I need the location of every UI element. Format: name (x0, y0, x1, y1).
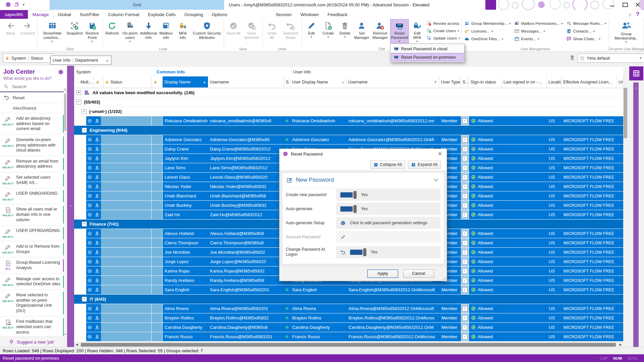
cell-un[interactable] (617, 257, 623, 266)
cell-signin-status[interactable]: Allowed (469, 285, 502, 294)
cell-signin-status[interactable]: Allowed (469, 135, 502, 144)
cell-license[interactable]: MICROSOFT FLOW FREE (561, 229, 617, 238)
job-item-group-based-licensing-analysis[interactable]: ALLGroup-Based Licensing Analysis (0, 257, 67, 273)
cell-display-name[interactable]: Randy Arellano (163, 276, 208, 285)
cell-mfa[interactable]: ✓ (461, 257, 469, 266)
cell-display-name[interactable]: Zaid Ho (163, 210, 208, 219)
cell-mfa[interactable]: ✓ (461, 135, 469, 144)
cell-status[interactable] (101, 191, 152, 200)
cell-indent[interactable] (74, 201, 86, 210)
cell-un[interactable] (617, 182, 623, 191)
job-item-find-mailboxes-that-selected-users-can-a[interactable]: SELECTFind mailboxes that selected users… (0, 316, 67, 338)
cell-display-name[interactable]: Jaylynn Kim (163, 154, 208, 163)
cell-last-signed-in[interactable] (502, 266, 547, 276)
cell-lock[interactable] (152, 191, 163, 200)
cell-status[interactable] (101, 266, 152, 276)
cell-lock[interactable] (152, 135, 163, 144)
job-item-add-an-alias-proxy-address-based-on-curr[interactable]: SELECTAdd an alias/proxy address based o… (0, 113, 67, 134)
update-users-button[interactable]: Update Users▾ (426, 35, 460, 42)
cell-un[interactable] (617, 304, 623, 313)
cell-username[interactable]: Randy.Arellano@M365x858 (208, 276, 284, 285)
cell-status[interactable] (101, 210, 152, 219)
cell-mfa[interactable]: ✓ (461, 285, 469, 294)
mfa-checkbox[interactable]: ✓ (462, 268, 468, 274)
cell-status[interactable] (101, 238, 152, 247)
cell-status[interactable] (101, 116, 152, 125)
column-header-user-type[interactable]: User Type (439, 76, 461, 87)
cell-display-name[interactable]: Adrienne Gonzalez (163, 135, 208, 144)
refresh-button[interactable]: Refresh (104, 19, 120, 36)
column-header-location[interactable]: Locatio... (547, 76, 561, 87)
cell-indent[interactable] (74, 191, 86, 200)
tab-session[interactable]: Session (271, 10, 296, 19)
cell-location[interactable]: US (547, 210, 561, 219)
cell-user-username[interactable]: Braylon.Rollins@M365x85832012.OnMicros (346, 313, 439, 322)
user-row[interactable]: Adrienne GonzalezAdrienne.Gonzalez@M365x… (74, 135, 623, 144)
cell-user-icon[interactable] (94, 238, 101, 247)
help-icon[interactable]: ? (636, 11, 639, 17)
cell-lock[interactable] (152, 304, 163, 313)
vertical-scrollbar[interactable] (623, 76, 628, 342)
cell-user-icon[interactable] (94, 116, 101, 125)
close-button[interactable] (634, 1, 641, 8)
search-input[interactable]: Search (0, 81, 67, 92)
job-item-add-to-or-remove-from-groups[interactable]: SELECTAdd to or Remove from Groups (0, 241, 67, 257)
column-header-user-username[interactable]: Username (346, 76, 439, 87)
cell-license[interactable]: MICROSOFT FLOW FREE (561, 332, 617, 341)
mfa-checkbox[interactable]: ✓ (462, 175, 468, 180)
user-row[interactable]: Francis RussoFrancis.Russo@M365x8583201F… (74, 332, 623, 342)
mfa-checkbox[interactable]: ✓ (462, 193, 468, 199)
cell-user-username[interactable]: Carolina.Daugherty@M365x85832012.OnM (346, 323, 439, 332)
group-row[interactable]: −(55/403) (74, 98, 623, 107)
collapse-icon[interactable]: − (82, 128, 87, 133)
cell-license[interactable]: MICROSOFT FLOW FREE (561, 323, 617, 332)
cell-indent[interactable] (74, 276, 86, 285)
undo-all-button[interactable]: Undo All (264, 19, 280, 40)
resize-grip[interactable] (442, 276, 446, 280)
job-item-move-selected-to-another-on-prem-organiz[interactable]: SELECTMove selected to another on-prem O… (0, 290, 67, 316)
new-window-icon[interactable] (14, 2, 19, 7)
cell-username[interactable]: Lane.Sims@M365x85832012 (208, 163, 284, 172)
cell-un[interactable] (617, 332, 623, 341)
cell-un[interactable] (617, 116, 623, 125)
mfa-checkbox[interactable]: ✓ (462, 325, 468, 330)
cell-mfa[interactable]: ✓ (461, 248, 469, 257)
cell-signin-status[interactable]: Allowed (469, 238, 502, 247)
shared-jobs-group[interactable]: AlexShared (0, 103, 67, 113)
cell-indent[interactable] (74, 182, 86, 191)
cell-lock[interactable] (152, 144, 163, 154)
cell-user-type[interactable]: Member (439, 135, 461, 144)
cell-lock[interactable] (152, 154, 163, 163)
cell-user-display-name[interactable]: Sara English (290, 285, 346, 294)
cell-multi[interactable] (86, 116, 94, 125)
cell-indent[interactable] (74, 173, 86, 182)
column-header-status[interactable]: Status (103, 76, 152, 87)
cell-signin-status[interactable]: Allowed (469, 276, 502, 285)
cell-status[interactable] (101, 323, 152, 332)
cell-indent[interactable] (74, 266, 86, 276)
cell-user-icon[interactable] (94, 248, 101, 257)
cell-username[interactable]: Daisy.Crane@M365x85832012 (208, 144, 284, 154)
save-selected-button[interactable]: Save Selected (242, 19, 261, 40)
cell-username[interactable]: Nikolas.Yoder@M365x85832 (208, 182, 284, 191)
cell-license[interactable]: MICROSOFT FLOW FREE (561, 266, 617, 276)
cell-signin-status[interactable]: Allowed (469, 210, 502, 219)
auto-generate-toggle[interactable] (340, 206, 357, 212)
cell-sync[interactable] (284, 116, 290, 125)
cell-username[interactable]: Karina.Rojas@M365x85832 (208, 266, 284, 276)
department-group-row[interactable]: −IT (6/43) (74, 295, 623, 304)
tab-sort-filter[interactable]: Sort/Filter (75, 10, 104, 19)
menu-item-reset-password-on-premises[interactable]: ***Reset Password on-premises (391, 53, 464, 61)
tab-explode-cells[interactable]: Explode Cells (144, 10, 180, 19)
group-membership--button[interactable]: Group Membership...▾ (464, 20, 511, 27)
edit-mfa-button[interactable]: Edit MFA▾ (409, 19, 426, 43)
on-prem-users-button[interactable]: On-prem users▾ (120, 19, 140, 43)
cell-multi[interactable] (86, 313, 94, 322)
cell-mfa[interactable]: ✓ (461, 332, 469, 341)
cell-indent[interactable] (74, 229, 86, 238)
create-password-toggle[interactable] (340, 192, 357, 197)
cell-multi[interactable] (86, 201, 94, 210)
cell-last-signed-in[interactable] (502, 238, 547, 247)
cell-indent[interactable] (74, 144, 86, 154)
sidebar-scrollbar[interactable]: ▲ ▼ (64, 88, 67, 336)
